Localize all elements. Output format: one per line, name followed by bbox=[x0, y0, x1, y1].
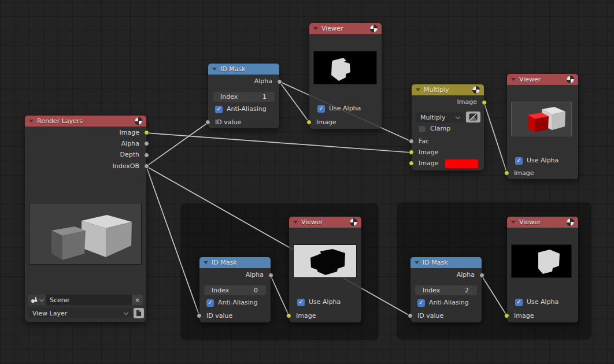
viewer-header[interactable]: Viewer bbox=[309, 23, 382, 34]
use-alpha-checkbox[interactable]: ✓ bbox=[297, 299, 305, 306]
image2-color-swatch[interactable] bbox=[445, 159, 478, 168]
index-field[interactable]: Index 1 bbox=[213, 92, 275, 102]
viewer-header[interactable]: Viewer bbox=[507, 74, 578, 85]
clamp-label: Clamp bbox=[430, 124, 450, 134]
collapse-triangle-icon[interactable] bbox=[293, 221, 298, 224]
socket-out-indexob[interactable] bbox=[144, 164, 149, 169]
view-layer-dropdown[interactable]: View Layer bbox=[28, 308, 132, 318]
collapse-triangle-icon[interactable] bbox=[416, 88, 420, 91]
material-sphere-icon bbox=[350, 218, 357, 226]
input-label-id-value: ID value bbox=[417, 311, 443, 321]
socket-in-image2[interactable] bbox=[409, 161, 414, 166]
output-label-indexob: IndexOB bbox=[25, 161, 139, 172]
check-icon: ✓ bbox=[516, 157, 521, 164]
viewer-preview-image bbox=[511, 244, 572, 278]
node-viewer-multiply[interactable]: Viewer ✓ Use Alpha Image bbox=[507, 74, 578, 179]
collapse-triangle-icon[interactable] bbox=[313, 27, 318, 30]
wire-multiply-to-viewer bbox=[484, 102, 507, 173]
anti-aliasing-checkbox[interactable]: ✓ bbox=[417, 299, 425, 307]
material-sphere-icon bbox=[370, 25, 378, 32]
socket-out-image[interactable] bbox=[144, 130, 149, 135]
collapse-triangle-icon[interactable] bbox=[204, 261, 208, 264]
node-id-mask-0[interactable]: ID Mask Alpha Index 0 ✓ Anti-Aliasing ID… bbox=[199, 257, 271, 322]
material-sphere-icon bbox=[567, 76, 574, 83]
output-label-image: Image bbox=[412, 97, 477, 107]
socket-in-id-value[interactable] bbox=[197, 313, 202, 318]
render-preview-image bbox=[29, 203, 142, 265]
socket-in-id-value[interactable] bbox=[408, 313, 413, 318]
collapse-triangle-icon[interactable] bbox=[29, 120, 34, 122]
collapse-triangle-icon[interactable] bbox=[415, 261, 419, 264]
socket-out-alpha[interactable] bbox=[268, 273, 273, 278]
socket-in-image[interactable] bbox=[306, 120, 312, 125]
socket-out-alpha[interactable] bbox=[144, 141, 149, 146]
id-mask-header[interactable]: ID Mask bbox=[410, 257, 482, 268]
scene-name-field[interactable]: Scene bbox=[46, 295, 132, 305]
scene-browse-button[interactable] bbox=[28, 295, 46, 305]
clamp-checkbox[interactable] bbox=[419, 125, 426, 133]
socket-in-image[interactable] bbox=[504, 170, 509, 176]
socket-out-depth[interactable] bbox=[144, 153, 149, 158]
socket-in-image1[interactable] bbox=[409, 150, 414, 155]
chevron-down-icon bbox=[456, 114, 460, 118]
unlink-scene-button[interactable]: × bbox=[132, 295, 143, 305]
close-icon: × bbox=[135, 296, 140, 304]
new-view-layer-button[interactable] bbox=[134, 308, 144, 318]
image-type-button[interactable] bbox=[466, 112, 480, 122]
viewer-preview-image bbox=[293, 244, 357, 278]
socket-in-id-value[interactable] bbox=[205, 120, 210, 125]
id-mask-header[interactable]: ID Mask bbox=[199, 257, 271, 268]
multiply-header[interactable]: Multiply bbox=[412, 84, 484, 95]
index-field[interactable]: Index 2 bbox=[415, 285, 477, 295]
socket-in-fac[interactable] bbox=[409, 139, 414, 144]
node-title: Viewer bbox=[301, 218, 323, 226]
node-editor-canvas[interactable]: Render Layers Image Alpha Depth IndexOB bbox=[0, 0, 614, 364]
use-alpha-checkbox[interactable]: ✓ bbox=[515, 299, 523, 306]
index-value: 0 bbox=[254, 285, 258, 295]
use-alpha-checkbox[interactable]: ✓ bbox=[515, 157, 523, 165]
viewer-preview-image bbox=[313, 51, 377, 84]
viewer-header[interactable]: Viewer bbox=[507, 217, 578, 228]
page-copy-icon bbox=[136, 310, 142, 317]
check-icon: ✓ bbox=[419, 299, 423, 306]
anti-aliasing-label: Anti-Aliasing bbox=[218, 298, 258, 308]
index-label: Index bbox=[423, 285, 440, 295]
use-alpha-label: Use Alpha bbox=[329, 103, 361, 114]
socket-in-image[interactable] bbox=[286, 313, 291, 318]
collapse-triangle-icon[interactable] bbox=[511, 221, 516, 224]
anti-aliasing-checkbox[interactable]: ✓ bbox=[215, 106, 223, 113]
id-mask-header[interactable]: ID Mask bbox=[208, 64, 279, 75]
socket-out-alpha[interactable] bbox=[479, 273, 484, 278]
anti-aliasing-label: Anti-Aliasing bbox=[227, 104, 267, 114]
use-alpha-checkbox[interactable]: ✓ bbox=[317, 105, 325, 113]
blend-mode-dropdown[interactable]: Multiply bbox=[416, 112, 464, 122]
input-label-image2: Image bbox=[419, 158, 438, 169]
scene-selector[interactable]: Scene × bbox=[28, 295, 143, 305]
node-render-layers[interactable]: Render Layers Image Alpha Depth IndexOB bbox=[25, 116, 146, 322]
node-viewer-main[interactable]: Viewer ✓ Use Alpha Image bbox=[309, 23, 382, 129]
anti-aliasing-checkbox[interactable]: ✓ bbox=[206, 299, 214, 307]
node-id-mask-2[interactable]: ID Mask Alpha Index 2 ✓ Anti-Aliasing ID… bbox=[410, 257, 482, 322]
node-multiply[interactable]: Multiply Image Multiply Clamp Fac Image … bbox=[412, 84, 484, 170]
index-field[interactable]: Index 0 bbox=[204, 285, 266, 295]
node-title: Render Layers bbox=[37, 117, 83, 125]
wire-indexob-to-idmask0 bbox=[146, 166, 199, 316]
input-label-image: Image bbox=[514, 311, 534, 321]
view-layer-value: View Layer bbox=[32, 310, 67, 317]
socket-out-alpha[interactable] bbox=[277, 79, 282, 84]
node-id-mask-1[interactable]: ID Mask Alpha Index 1 ✓ Anti-Aliasing ID… bbox=[208, 64, 279, 128]
node-title: ID Mask bbox=[212, 259, 237, 266]
output-label-depth: Depth bbox=[25, 150, 139, 160]
material-sphere-icon bbox=[135, 117, 142, 125]
socket-in-image[interactable] bbox=[504, 313, 509, 318]
chevron-down-icon bbox=[39, 296, 44, 301]
collapse-triangle-icon[interactable] bbox=[212, 68, 217, 70]
viewer-header[interactable]: Viewer bbox=[289, 217, 361, 228]
render-layers-header[interactable]: Render Layers bbox=[25, 116, 146, 127]
node-title: Viewer bbox=[519, 218, 541, 226]
wire-alpha0-to-viewer bbox=[271, 276, 289, 316]
node-viewer-mask0[interactable]: Viewer ✓ Use Alpha Image bbox=[289, 217, 361, 322]
socket-out-image[interactable] bbox=[482, 100, 487, 105]
collapse-triangle-icon[interactable] bbox=[511, 78, 516, 81]
node-viewer-mask2[interactable]: Viewer ✓ Use Alpha Image bbox=[507, 217, 578, 322]
